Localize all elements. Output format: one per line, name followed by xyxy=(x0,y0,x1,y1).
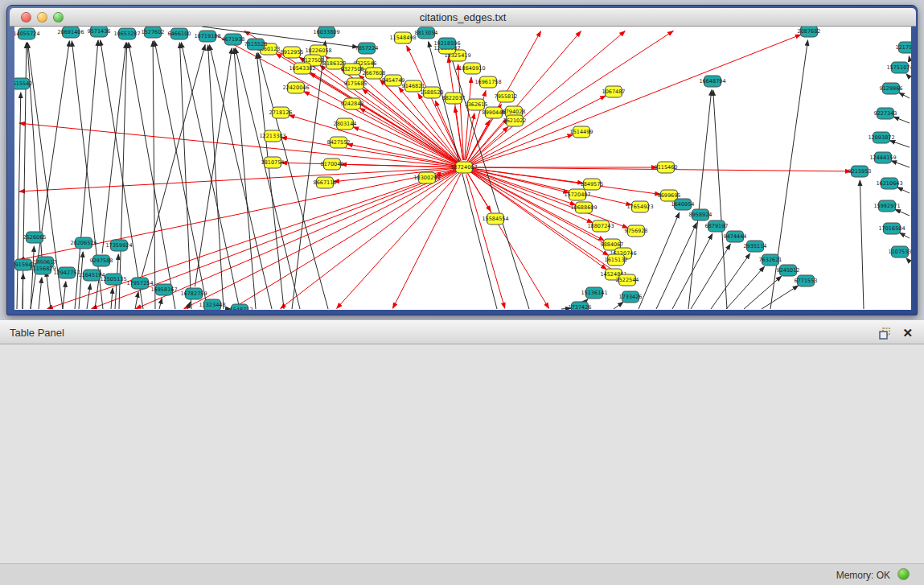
network-view-window[interactable]: citations_edges.txt 18724007866012389129… xyxy=(6,5,918,315)
graph-node[interactable]: 4671938 xyxy=(222,34,245,45)
graph-node[interactable]: 20691406 xyxy=(57,27,84,38)
graph-node[interactable]: 1067487 xyxy=(602,86,626,97)
graph-edge xyxy=(860,180,864,309)
graph-node[interactable]: 12942757 xyxy=(53,267,80,278)
graph-node[interactable]: 8813054 xyxy=(415,27,438,39)
graph-node[interactable]: 17359924 xyxy=(105,240,132,251)
graph-node[interactable]: 11548498 xyxy=(389,32,416,43)
graph-node[interactable]: 15136141 xyxy=(581,287,607,299)
graph-node[interactable]: 22420046 xyxy=(282,82,309,93)
graph-node[interactable]: 11548712 xyxy=(226,304,253,310)
graph-node[interactable]: 1737426 xyxy=(569,302,592,310)
graph-node[interactable]: 1217524 xyxy=(896,42,911,53)
graph-node[interactable]: 2526065 xyxy=(23,232,47,243)
graph-node[interactable]: 7515528 xyxy=(244,39,268,50)
graph-node[interactable]: 9227343 xyxy=(874,108,897,119)
graph-node[interactable]: 9175685 xyxy=(344,78,368,89)
svg-text:12213383: 12213383 xyxy=(259,133,285,139)
graph-node[interactable]: 10688609 xyxy=(570,202,597,213)
graph-node[interactable]: 20206526 xyxy=(70,237,97,249)
svg-text:15751074: 15751074 xyxy=(886,64,911,71)
graph-node[interactable]: 8912955 xyxy=(281,47,304,58)
graph-node[interactable]: 16782759 xyxy=(180,288,207,299)
graph-node[interactable]: 1362615 xyxy=(465,99,488,110)
graph-node[interactable]: 9115460 xyxy=(655,162,678,173)
graph-node[interactable]: 1849575 xyxy=(581,179,604,190)
svg-text:10688609: 10688609 xyxy=(570,204,597,211)
graph-node[interactable]: 17654923 xyxy=(626,201,653,212)
graph-node[interactable]: 12444159 xyxy=(869,152,896,163)
graph-node[interactable]: 15751074 xyxy=(886,62,911,73)
graph-node[interactable]: 7955812 xyxy=(495,91,518,102)
svg-text:11548498: 11548498 xyxy=(389,35,416,41)
graph-edge xyxy=(79,252,83,309)
graph-node[interactable]: 8958924 xyxy=(689,209,713,220)
graph-node[interactable]: 9297588 xyxy=(90,255,113,266)
graph-node[interactable]: 9245012 xyxy=(777,265,800,276)
graph-node[interactable]: 1514499 xyxy=(570,126,593,138)
graph-node[interactable]: 15720407 xyxy=(564,189,590,200)
graph-node[interactable]: 12093872 xyxy=(868,132,894,143)
graph-node[interactable]: 11323448 xyxy=(199,299,225,310)
graph-node[interactable]: 9129966 xyxy=(880,83,903,94)
graph-node[interactable]: 18640910 xyxy=(458,63,485,74)
graph-node[interactable]: 16210643 xyxy=(876,178,902,189)
close-panel-icon[interactable]: ✕ xyxy=(902,326,913,340)
graph-edge xyxy=(726,266,765,309)
graph-node[interactable]: 2718126 xyxy=(269,107,293,118)
graph-node[interactable]: 6879197 xyxy=(705,220,729,232)
svg-text:8958924: 8958924 xyxy=(689,212,713,218)
graph-node[interactable]: 6466100 xyxy=(168,28,191,39)
graph-node[interactable]: 10719188 xyxy=(194,31,220,42)
svg-text:1527602: 1527602 xyxy=(142,29,165,35)
graph-node[interactable]: 9571436 xyxy=(88,27,111,37)
window-titlebar[interactable]: citations_edges.txt xyxy=(10,8,916,27)
graph-node[interactable]: 1107533 xyxy=(889,246,911,257)
graph-node[interactable]: 8822037 xyxy=(442,93,466,104)
graph-node[interactable]: 9756928 xyxy=(625,225,648,237)
svg-text:17016504: 17016504 xyxy=(878,225,905,232)
graph-node[interactable]: 7857224 xyxy=(355,43,379,54)
graph-node[interactable]: 15584554 xyxy=(482,213,508,225)
graph-node[interactable]: 2615542 xyxy=(14,78,32,89)
graph-node[interactable]: 10653287 xyxy=(113,28,140,39)
svg-text:4671938: 4671938 xyxy=(222,36,245,43)
svg-text:18724007: 18724007 xyxy=(450,164,477,171)
graph-node[interactable]: 11156829 xyxy=(29,263,55,274)
graph-node[interactable]: 18807243 xyxy=(587,220,614,232)
float-window-icon[interactable] xyxy=(879,328,892,340)
graph-node[interactable]: 9327508 xyxy=(341,64,364,75)
graph-node[interactable]: 17016504 xyxy=(878,223,905,234)
graph-node[interactable]: 8170040 xyxy=(321,159,344,170)
graph-node[interactable]: 2522544 xyxy=(616,274,639,286)
svg-text:17654923: 17654923 xyxy=(626,204,653,210)
svg-text:1733426: 1733426 xyxy=(619,294,643,300)
graph-node[interactable]: 8667110 xyxy=(314,177,337,188)
graph-node[interactable]: 1733426 xyxy=(619,291,643,303)
graph-node[interactable]: 7632621 xyxy=(759,254,782,266)
graph-node[interactable]: 16961758 xyxy=(474,76,501,88)
graph-node[interactable]: 14055724 xyxy=(14,28,40,39)
graph-node[interactable]: 9474444 xyxy=(724,231,747,242)
graph-node[interactable]: 1810754 xyxy=(261,157,285,168)
graph-edge xyxy=(889,141,910,147)
svg-text:2526065: 2526065 xyxy=(23,234,47,241)
svg-text:2087682: 2087682 xyxy=(798,28,821,35)
graph-node[interactable]: 1615132 xyxy=(605,254,628,266)
graph-node[interactable]: 9242848 xyxy=(341,98,364,109)
network-canvas[interactable]: 1872400786601238912955182260589127503818… xyxy=(14,27,911,310)
graph-edge xyxy=(135,292,138,309)
graph-node[interactable]: 1527602 xyxy=(142,27,165,38)
graph-node[interactable]: 2935114 xyxy=(744,241,767,252)
graph-node[interactable]: 6771553 xyxy=(795,275,818,286)
graph-node[interactable]: 16033809 xyxy=(313,27,339,38)
graph-node[interactable]: 1621022 xyxy=(503,115,527,126)
graph-node[interactable]: 1588520 xyxy=(421,87,444,98)
graph-node[interactable]: 1640954 xyxy=(671,199,695,210)
graph-node[interactable]: 9215953 xyxy=(848,166,872,177)
graph-node[interactable]: 2087682 xyxy=(798,27,821,37)
graph-node[interactable]: 8427552 xyxy=(327,137,351,148)
graph-edge xyxy=(153,41,155,309)
graph-node[interactable]: 2803144 xyxy=(334,118,357,130)
graph-node[interactable]: 16648794 xyxy=(699,76,725,87)
